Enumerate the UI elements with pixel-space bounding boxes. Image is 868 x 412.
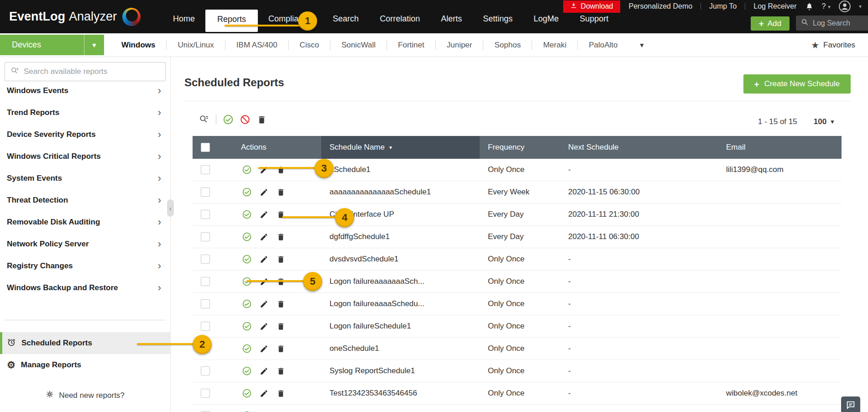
chevron-down-icon[interactable]: ▼: [84, 35, 104, 55]
nav-item-settings[interactable]: Settings: [472, 14, 523, 33]
row-checkbox[interactable]: [201, 277, 210, 286]
row-checkbox[interactable]: [201, 322, 210, 331]
tab-unix-linux[interactable]: Unix/Linux: [167, 41, 225, 50]
schedule-name[interactable]: oneSchedule1: [321, 344, 480, 353]
feedback-chat-button[interactable]: [841, 396, 860, 412]
sidebar-item-trend-reports[interactable]: Trend Reports ›: [0, 102, 170, 124]
row-checkbox[interactable]: [201, 255, 210, 264]
delete-trash-icon[interactable]: [277, 367, 285, 375]
sidebar-item-windows-backup-and-restore[interactable]: Windows Backup and Restore ›: [0, 277, 170, 299]
sidebar-item-network-policy-server[interactable]: Network Policy Server ›: [0, 233, 170, 255]
schedule-name[interactable]: aaaaaaaaaaaaaaaSchedule1: [321, 188, 480, 197]
select-all-checkbox[interactable]: [201, 143, 210, 152]
log-receiver-link[interactable]: Log Receiver: [753, 2, 796, 10]
edit-pencil-icon[interactable]: [260, 188, 268, 197]
enable-schedule-icon[interactable]: [242, 210, 251, 219]
nav-item-logme[interactable]: LogMe: [523, 14, 569, 33]
edit-pencil-icon[interactable]: [260, 255, 268, 264]
edit-pencil-icon[interactable]: [260, 322, 268, 331]
nav-item-home[interactable]: Home: [162, 14, 205, 33]
enable-schedule-icon[interactable]: [223, 115, 233, 125]
schedule-name[interactable]: 1Schedule1: [321, 165, 480, 174]
delete-trash-icon[interactable]: [277, 389, 285, 398]
row-checkbox[interactable]: [201, 188, 210, 197]
bell-icon[interactable]: [805, 2, 814, 11]
page-size-dropdown[interactable]: 100 ▼: [814, 117, 835, 126]
sidebar-collapse-handle[interactable]: ‹: [167, 199, 174, 217]
download-button[interactable]: Download: [563, 0, 620, 13]
sidebar-search-input[interactable]: [24, 67, 160, 76]
schedule-name[interactable]: Test12342353463546456: [321, 389, 480, 398]
row-checkbox[interactable]: [201, 389, 210, 398]
edit-pencil-icon[interactable]: [260, 210, 268, 219]
need-new-reports-link[interactable]: Need new reports?: [0, 390, 170, 401]
schedule-name[interactable]: Logon failureaaaaaaaSch...: [321, 277, 480, 286]
disable-schedule-icon[interactable]: [240, 115, 250, 125]
column-header-schedule-name[interactable]: Schedule Name▼: [321, 136, 480, 159]
sidebar-item-system-events[interactable]: System Events ›: [0, 167, 170, 189]
edit-pencil-icon[interactable]: [260, 344, 268, 353]
jump-to-link[interactable]: Jump To: [709, 2, 737, 10]
enable-schedule-icon[interactable]: [242, 165, 251, 174]
sidebar-item-manage-reports[interactable]: ⚙ Manage Reports: [0, 354, 170, 376]
chevron-down-icon[interactable]: ▾: [859, 3, 862, 10]
sidebar-item-windows-events[interactable]: Windows Events ›: [0, 80, 170, 102]
devices-dropdown[interactable]: Devices ▼: [0, 35, 104, 55]
nav-item-support[interactable]: Support: [569, 14, 619, 33]
favorites-button[interactable]: ★ Favorites: [811, 33, 855, 57]
edit-pencil-icon[interactable]: [260, 233, 268, 241]
more-tabs-icon[interactable]: ▼: [633, 42, 651, 49]
personalized-demo-link[interactable]: Personalized Demo: [628, 2, 692, 10]
enable-schedule-icon[interactable]: [242, 232, 251, 241]
sidebar-item-threat-detection[interactable]: Threat Detection ›: [0, 189, 170, 211]
global-search-input[interactable]: [813, 19, 863, 27]
row-checkbox[interactable]: [201, 299, 210, 308]
tab-windows[interactable]: Windows: [110, 41, 166, 50]
delete-icon[interactable]: [257, 115, 267, 125]
tab-juniper[interactable]: Juniper: [436, 41, 483, 50]
schedule-name[interactable]: Syslog ReportSchedule1: [321, 366, 480, 375]
help-button[interactable]: ? ▾: [822, 2, 831, 10]
nav-item-reports[interactable]: Reports: [205, 10, 258, 32]
tab-sonicwall[interactable]: SonicWall: [330, 41, 387, 50]
schedule-name[interactable]: dgfdffgSchedule1: [321, 232, 480, 241]
nav-item-alerts[interactable]: Alerts: [430, 14, 472, 33]
schedule-name[interactable]: Logon failureSchedule1: [321, 322, 480, 331]
nav-item-correlation[interactable]: Correlation: [369, 14, 430, 33]
tab-ibm-as-400[interactable]: IBM AS/400: [225, 41, 288, 50]
user-avatar[interactable]: [839, 0, 851, 12]
enable-schedule-icon[interactable]: [242, 188, 251, 197]
edit-pencil-icon[interactable]: [260, 389, 268, 398]
sidebar-item-registry-changes[interactable]: Registry Changes ›: [0, 255, 170, 277]
sidebar-item-removable-disk-auditing[interactable]: Removable Disk Auditing ›: [0, 211, 170, 233]
search-filter-icon[interactable]: [199, 115, 209, 125]
row-checkbox[interactable]: [201, 232, 210, 241]
add-button[interactable]: + Add: [751, 16, 790, 31]
enable-schedule-icon[interactable]: [242, 299, 251, 308]
delete-trash-icon[interactable]: [277, 188, 285, 197]
row-checkbox[interactable]: [201, 165, 210, 174]
delete-trash-icon[interactable]: [277, 344, 285, 353]
nav-item-search[interactable]: Search: [322, 14, 369, 33]
tab-fortinet[interactable]: Fortinet: [387, 41, 435, 50]
enable-schedule-icon[interactable]: [242, 344, 251, 353]
tab-meraki[interactable]: Meraki: [532, 41, 577, 50]
schedule-name[interactable]: dvsdvsvdSchedule1: [321, 255, 480, 264]
create-new-schedule-button[interactable]: + Create New Schedule: [743, 74, 851, 94]
tab-cisco[interactable]: Cisco: [289, 41, 330, 50]
edit-pencil-icon[interactable]: [260, 300, 268, 308]
schedule-name[interactable]: Logon failureaaaaSchedu...: [321, 299, 480, 308]
enable-schedule-icon[interactable]: [242, 255, 251, 264]
tab-sophos[interactable]: Sophos: [483, 41, 532, 50]
enable-schedule-icon[interactable]: [242, 366, 251, 375]
enable-schedule-icon[interactable]: [242, 389, 251, 398]
delete-trash-icon[interactable]: [277, 300, 285, 308]
edit-pencil-icon[interactable]: [260, 367, 268, 375]
delete-trash-icon[interactable]: [277, 255, 285, 264]
row-checkbox[interactable]: [201, 210, 210, 219]
row-checkbox[interactable]: [201, 366, 210, 375]
sidebar-item-windows-critical-reports[interactable]: Windows Critical Reports ›: [0, 146, 170, 167]
delete-trash-icon[interactable]: [277, 322, 285, 331]
sidebar-item-device-severity-reports[interactable]: Device Severity Reports ›: [0, 124, 170, 146]
delete-trash-icon[interactable]: [277, 233, 285, 241]
